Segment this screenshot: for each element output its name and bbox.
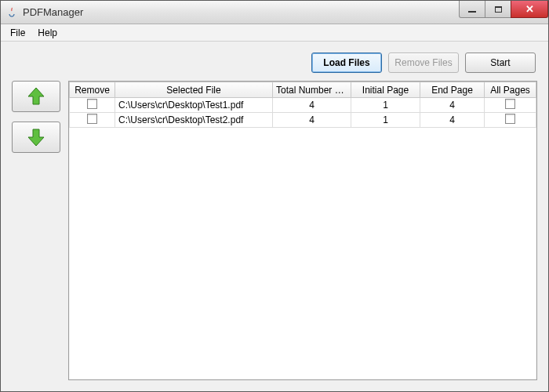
reorder-controls <box>12 81 60 380</box>
table-row[interactable]: C:\Users\cr\Desktop\Test1.pdf 4 1 4 <box>70 98 536 113</box>
menu-help[interactable]: Help <box>31 26 64 40</box>
checkbox-icon[interactable] <box>505 99 515 109</box>
col-all[interactable]: All Pages <box>485 82 536 98</box>
minimize-icon <box>468 11 476 13</box>
minimize-button[interactable] <box>459 1 485 18</box>
cell-all[interactable] <box>485 113 536 128</box>
maximize-button[interactable] <box>485 1 511 18</box>
maximize-icon <box>495 6 502 13</box>
svg-marker-1 <box>28 129 44 146</box>
arrow-down-icon <box>25 126 47 148</box>
remove-files-button[interactable]: Remove Files <box>388 53 459 73</box>
cell-all[interactable] <box>485 98 536 113</box>
menu-file[interactable]: File <box>4 26 31 40</box>
svg-marker-0 <box>28 88 44 104</box>
file-table-container: Remove Selected File Total Number of... … <box>68 81 537 380</box>
cell-end[interactable]: 4 <box>420 113 485 128</box>
content-area: Load Files Remove Files Start <box>1 42 548 391</box>
col-file[interactable]: Selected File <box>115 82 273 98</box>
cell-file[interactable]: C:\Users\cr\Desktop\Test2.pdf <box>115 113 273 128</box>
cell-total: 4 <box>273 113 351 128</box>
start-button[interactable]: Start <box>465 53 536 73</box>
close-icon: ✕ <box>525 3 534 15</box>
cell-total: 4 <box>273 98 351 113</box>
menubar: File Help <box>1 24 548 42</box>
cell-initial[interactable]: 1 <box>351 98 420 113</box>
file-table: Remove Selected File Total Number of... … <box>69 82 536 128</box>
checkbox-icon[interactable] <box>87 99 97 109</box>
cell-remove[interactable] <box>70 98 115 113</box>
move-up-button[interactable] <box>12 81 60 112</box>
col-initial[interactable]: Initial Page <box>351 82 420 98</box>
table-row[interactable]: C:\Users\cr\Desktop\Test2.pdf 4 1 4 <box>70 113 536 128</box>
window-controls: ✕ <box>460 1 548 24</box>
toolbar: Load Files Remove Files Start <box>12 49 537 81</box>
window-title: PDFManager <box>23 6 460 18</box>
java-icon <box>5 6 18 19</box>
arrow-up-icon <box>25 85 47 107</box>
close-button[interactable]: ✕ <box>511 1 548 18</box>
table-header-row: Remove Selected File Total Number of... … <box>70 82 536 98</box>
app-window: PDFManager ✕ File Help Load Files Remove… <box>0 0 549 392</box>
titlebar: PDFManager ✕ <box>1 1 548 24</box>
load-files-button[interactable]: Load Files <box>311 53 382 73</box>
checkbox-icon[interactable] <box>505 114 515 124</box>
cell-remove[interactable] <box>70 113 115 128</box>
col-total[interactable]: Total Number of... <box>273 82 351 98</box>
col-end[interactable]: End Page <box>420 82 485 98</box>
cell-initial[interactable]: 1 <box>351 113 420 128</box>
main-row: Remove Selected File Total Number of... … <box>12 81 537 380</box>
cell-end[interactable]: 4 <box>420 98 485 113</box>
move-down-button[interactable] <box>12 122 60 153</box>
col-remove[interactable]: Remove <box>70 82 115 98</box>
cell-file[interactable]: C:\Users\cr\Desktop\Test1.pdf <box>115 98 273 113</box>
checkbox-icon[interactable] <box>87 114 97 124</box>
